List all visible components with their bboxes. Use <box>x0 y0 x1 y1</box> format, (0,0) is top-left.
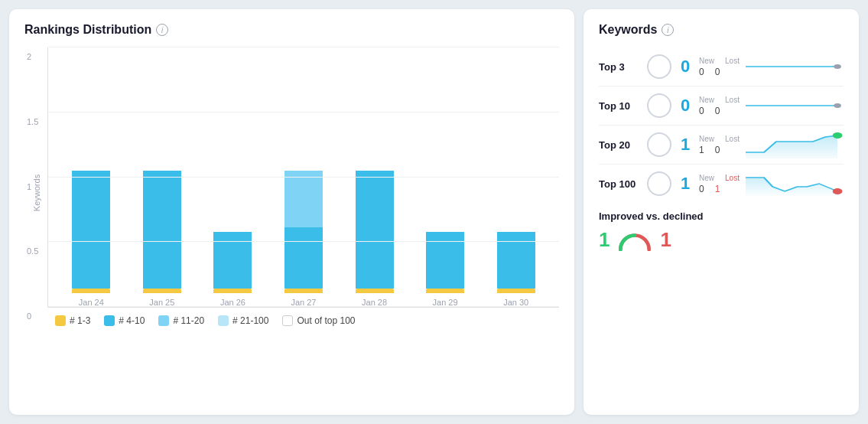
bar-top-jan26 <box>213 289 252 293</box>
kw-count-top10: 0 <box>678 96 693 116</box>
new-label-top100: New <box>699 174 714 182</box>
legend-item-4-10[interactable]: # 4-10 <box>104 315 145 326</box>
y-tick-2: 2 <box>27 52 31 61</box>
svg-point-1 <box>834 64 841 69</box>
new-label-top3: New <box>699 57 714 65</box>
keywords-sections: Top 3 0 New Lost 0 0 <box>599 47 844 203</box>
new-val-top10: 0 <box>699 106 704 116</box>
lost-label-top20: Lost <box>725 135 740 143</box>
bar-stack-jan25 <box>143 171 181 293</box>
y-tick-05: 0.5 <box>27 246 38 256</box>
bar-stack-jan28 <box>356 171 394 293</box>
grid-line-2: 2 <box>48 47 559 47</box>
bar-group-jan25: Jan 25 <box>143 171 181 307</box>
kw-new-lost-top20: New Lost 1 0 <box>699 135 740 155</box>
lost-val-top100: 1 <box>715 184 720 194</box>
kw-row-top100: Top 100 1 New Lost 0 1 <box>599 165 844 203</box>
grid-line-1: 1 <box>48 177 559 178</box>
declined-count: 1 <box>660 228 671 252</box>
legend-box-out <box>282 315 293 326</box>
improved-count: 1 <box>599 228 610 252</box>
bar-mid-jan27 <box>284 227 323 289</box>
kw-label-top100: Top 100 <box>599 178 641 190</box>
keywords-card: Keywords i Top 3 0 New Lost 0 0 <box>584 9 859 415</box>
y-tick-15: 1.5 <box>27 117 38 126</box>
lost-label-top100: Lost <box>725 174 740 182</box>
improved-row: 1 1 <box>599 228 844 252</box>
kw-new-lost-top3: New Lost 0 0 <box>699 57 740 77</box>
legend-box-21-100 <box>218 315 229 326</box>
kw-row-top10: Top 10 0 New Lost 0 0 <box>599 86 844 126</box>
legend-box-1-3 <box>55 315 66 326</box>
legend-item-1-3[interactable]: # 1-3 <box>55 315 90 326</box>
svg-point-4 <box>833 132 843 139</box>
improved-section: Improved vs. declined 1 1 <box>599 203 844 252</box>
svg-point-5 <box>833 188 843 194</box>
kw-row-top3: Top 3 0 New Lost 0 0 <box>599 47 844 86</box>
kw-count-top20: 1 <box>678 135 693 155</box>
bar-bot-jan27 <box>284 171 323 227</box>
legend-label-1-3: # 1-3 <box>70 315 90 326</box>
legend-item-21-100[interactable]: # 21-100 <box>218 315 268 326</box>
legend-item-out[interactable]: Out of top 100 <box>282 315 355 326</box>
legend-label-21-100: # 21-100 <box>232 315 268 326</box>
bar-group-jan30: Jan 30 <box>497 232 535 307</box>
kw-row-top20: Top 20 1 New Lost 1 0 <box>599 126 844 165</box>
bar-main-jan25 <box>143 171 181 289</box>
kw-label-top3: Top 3 <box>599 61 641 73</box>
lost-label-top3: Lost <box>725 57 740 65</box>
bar-top-jan25 <box>143 289 181 293</box>
kw-count-top100: 1 <box>678 174 693 194</box>
lost-val-top10: 0 <box>715 106 720 116</box>
kw-circle-top10 <box>647 93 671 118</box>
bar-main-jan30 <box>497 232 535 289</box>
bar-group-jan26: Jan 26 <box>213 232 252 307</box>
grid-line-05: 0.5 <box>48 241 559 242</box>
y-tick-1: 1 <box>27 182 31 191</box>
legend-label-out: Out of top 100 <box>297 315 355 326</box>
bar-top-jan29 <box>426 289 464 293</box>
bar-top-jan24 <box>72 289 110 293</box>
left-card-title: Rankings Distribution <box>24 23 151 37</box>
grid-line-0: 0 <box>48 306 559 307</box>
right-card-title: Keywords <box>599 23 657 37</box>
bars-container: Jan 24 Jan 25 <box>48 47 559 307</box>
kw-circle-top100 <box>647 171 671 196</box>
mini-chart-top20 <box>746 131 844 158</box>
kw-label-top10: Top 10 <box>599 100 641 112</box>
mini-chart-top3 <box>746 53 844 80</box>
svg-point-3 <box>834 103 841 108</box>
bar-top-jan30 <box>497 289 535 293</box>
new-val-top3: 0 <box>699 67 704 77</box>
bar-group-jan24: Jan 24 <box>72 171 110 307</box>
new-label-top10: New <box>699 96 714 104</box>
kw-label-top20: Top 20 <box>599 139 641 151</box>
bar-top-jan27 <box>284 289 323 293</box>
legend-label-4-10: # 4-10 <box>119 315 145 326</box>
kw-circle-top20 <box>647 132 671 157</box>
bar-stack-jan27 <box>284 171 323 293</box>
legend-box-11-20 <box>158 315 169 326</box>
y-tick-0: 0 <box>27 311 31 321</box>
chart-inner: 2 1.5 1 0.5 0 <box>47 47 559 308</box>
bar-group-jan29: Jan 29 <box>426 232 464 307</box>
lost-label-top10: Lost <box>725 96 740 104</box>
kw-circle-top3 <box>647 54 671 79</box>
mini-chart-top10 <box>746 92 844 119</box>
kw-new-lost-top10: New Lost 0 0 <box>699 96 740 116</box>
new-label-top20: New <box>699 135 714 143</box>
bar-main-jan24 <box>72 171 110 289</box>
legend-label-11-20: # 11-20 <box>173 315 204 326</box>
new-val-top100: 0 <box>699 184 704 194</box>
mini-chart-top100 <box>746 170 844 197</box>
legend-item-11-20[interactable]: # 11-20 <box>158 315 204 326</box>
right-info-icon[interactable]: i <box>662 24 674 36</box>
gauge-icon <box>616 230 654 251</box>
bar-group-jan27: Jan 27 <box>284 171 323 307</box>
improved-title: Improved vs. declined <box>599 210 844 222</box>
left-info-icon[interactable]: i <box>156 24 168 36</box>
chart-legend: # 1-3 # 4-10 # 11-20 # 21-100 Out of top… <box>47 315 559 326</box>
lost-val-top3: 0 <box>715 67 720 77</box>
y-axis-label: Keywords <box>32 174 41 211</box>
new-val-top20: 1 <box>699 145 704 155</box>
